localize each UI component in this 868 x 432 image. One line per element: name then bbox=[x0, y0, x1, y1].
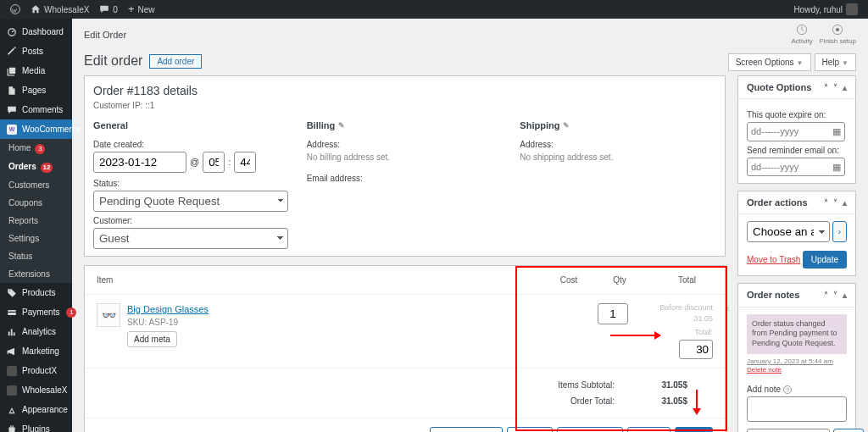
menu-appearance-label: Appearance bbox=[22, 404, 68, 415]
panel-down-icon[interactable]: ˅ bbox=[833, 82, 837, 93]
svg-rect-3 bbox=[8, 312, 16, 313]
help-icon[interactable]: ? bbox=[783, 385, 792, 394]
comments-count: 0 bbox=[113, 4, 118, 15]
screen-options-label: Screen Options bbox=[736, 58, 794, 67]
page-title: Edit order bbox=[84, 53, 142, 70]
menu-productx[interactable]: ProductX bbox=[0, 361, 72, 380]
item-header: Item bbox=[97, 274, 543, 285]
submenu-reports[interactable]: Reports bbox=[0, 212, 72, 230]
add-order-button[interactable]: Add order bbox=[149, 54, 202, 69]
site-link[interactable]: WholesaleX bbox=[25, 0, 94, 19]
date-input[interactable] bbox=[93, 152, 186, 173]
before-discount-value: 31.05 bbox=[645, 314, 713, 324]
reminder-date-input[interactable]: dd------yyyy▦ bbox=[747, 158, 845, 176]
move-to-trash-link[interactable]: Move to Trash bbox=[747, 254, 800, 265]
panel-down-icon[interactable]: ˅ bbox=[833, 290, 837, 301]
panel-down-icon[interactable]: ˅ bbox=[833, 197, 837, 208]
panel-toggle-icon[interactable]: ▴ bbox=[843, 290, 847, 301]
menu-marketing[interactable]: Marketing bbox=[0, 341, 72, 361]
order-note: Order status changed from Pending paymen… bbox=[747, 314, 847, 354]
expire-date-input[interactable]: dd------yyyy▦ bbox=[747, 122, 845, 141]
panel-up-icon[interactable]: ˄ bbox=[824, 290, 828, 301]
new-link[interactable]: +New bbox=[123, 0, 160, 19]
total-header: Total bbox=[645, 274, 713, 285]
menu-woocommerce[interactable]: WWooCommerce bbox=[0, 119, 72, 139]
screen-options-tab[interactable]: Screen Options▼ bbox=[728, 53, 811, 71]
finish-setup-link[interactable]: Finish setup bbox=[820, 24, 856, 46]
order-action-select[interactable]: Choose an action... bbox=[747, 221, 830, 242]
update-button[interactable]: Update bbox=[803, 251, 847, 269]
before-discount-label: Before discount bbox=[645, 303, 713, 313]
chevron-down-icon: ▼ bbox=[797, 59, 804, 67]
menu-posts[interactable]: Posts bbox=[0, 42, 72, 61]
shipping-address-empty: No shipping address set. bbox=[520, 152, 716, 163]
subtotal-value: 31.05$ bbox=[645, 379, 687, 390]
expire-date-placeholder: dd------yyyy bbox=[751, 125, 798, 137]
note-textarea[interactable] bbox=[747, 396, 847, 422]
add-note-button[interactable]: Add bbox=[833, 429, 864, 432]
edit-shipping-icon[interactable]: ✎ bbox=[563, 121, 570, 131]
cancel-button[interactable]: Cancel bbox=[627, 427, 670, 432]
shipping-heading: Shipping bbox=[520, 119, 559, 131]
add-fee-button[interactable]: Add fee bbox=[507, 427, 553, 432]
submenu-coupons[interactable]: Coupons bbox=[0, 194, 72, 212]
delete-note-link[interactable]: Delete note bbox=[747, 366, 782, 374]
menu-media[interactable]: Media bbox=[0, 61, 72, 80]
line-total-input[interactable] bbox=[679, 340, 713, 359]
menu-appearance[interactable]: Appearance bbox=[0, 400, 72, 419]
panel-up-icon[interactable]: ˄ bbox=[824, 82, 828, 93]
panel-up-icon[interactable]: ˄ bbox=[824, 197, 828, 208]
ordertotal-label: Order Total: bbox=[570, 396, 615, 407]
menu-wholesalex[interactable]: WholesaleX bbox=[0, 380, 72, 400]
menu-products[interactable]: Products bbox=[0, 283, 72, 302]
email-label: Email address: bbox=[307, 173, 504, 184]
quote-options-heading: Quote Options bbox=[747, 81, 811, 93]
submenu-status[interactable]: Status bbox=[0, 247, 72, 265]
menu-comments[interactable]: Comments bbox=[0, 100, 72, 119]
help-tab[interactable]: Help▼ bbox=[815, 53, 857, 71]
menu-pages[interactable]: Pages bbox=[0, 80, 72, 100]
admin-menu: Dashboard Posts Media Pages Comments WWo… bbox=[0, 19, 72, 432]
panel-toggle-icon[interactable]: ▴ bbox=[843, 197, 847, 208]
menu-comments-label: Comments bbox=[22, 104, 63, 115]
submenu-home-label: Home bbox=[8, 143, 31, 152]
submenu-extensions[interactable]: Extensions bbox=[0, 265, 72, 283]
menu-marketing-label: Marketing bbox=[22, 346, 59, 357]
edit-billing-icon[interactable]: ✎ bbox=[338, 121, 345, 131]
hour-input[interactable] bbox=[203, 152, 225, 173]
add-shipping-button[interactable]: Add shipping bbox=[557, 427, 623, 432]
menu-productx-label: ProductX bbox=[22, 365, 57, 376]
product-sku: SKU: ASP-19 bbox=[127, 317, 523, 328]
menu-analytics[interactable]: Analytics bbox=[0, 322, 72, 341]
menu-payments[interactable]: Payments 1 bbox=[0, 302, 72, 322]
submenu-settings[interactable]: Settings bbox=[0, 230, 72, 247]
wp-logo[interactable] bbox=[5, 0, 25, 19]
remove-line-icon[interactable]: × bbox=[724, 303, 730, 317]
comments-link[interactable]: 0 bbox=[94, 0, 123, 19]
order-status-select[interactable]: Pending Quote Request bbox=[93, 191, 288, 212]
howdy[interactable]: Howdy, ruhul bbox=[788, 0, 863, 19]
activity-link[interactable]: Activity bbox=[792, 24, 813, 46]
save-button[interactable]: Save bbox=[675, 427, 713, 432]
note-type-select[interactable]: Private note bbox=[747, 429, 830, 432]
home-badge: 3 bbox=[35, 144, 45, 154]
chevron-down-icon: ▼ bbox=[842, 59, 849, 67]
minute-input[interactable] bbox=[234, 152, 256, 173]
order-action-go[interactable]: › bbox=[832, 221, 847, 242]
submenu-orders[interactable]: Orders 12 bbox=[0, 158, 72, 176]
menu-plugins[interactable]: Plugins bbox=[0, 419, 72, 432]
add-product-button[interactable]: Add product(s) bbox=[430, 427, 503, 432]
submenu-home[interactable]: Home 3 bbox=[0, 139, 72, 158]
address-label: Address: bbox=[307, 139, 504, 150]
customer-select[interactable]: Guest bbox=[93, 228, 288, 249]
order-details-title: Order #1183 details bbox=[93, 83, 716, 98]
help-tab-label: Help bbox=[822, 58, 840, 67]
panel-toggle-icon[interactable]: ▴ bbox=[843, 82, 847, 93]
add-note-label: Add note bbox=[747, 385, 781, 394]
qty-input[interactable] bbox=[598, 303, 628, 324]
avatar bbox=[846, 3, 858, 15]
menu-dashboard[interactable]: Dashboard bbox=[0, 22, 72, 42]
product-name-link[interactable]: Big Design Glasses bbox=[127, 304, 209, 314]
submenu-customers[interactable]: Customers bbox=[0, 176, 72, 194]
add-meta-button[interactable]: Add meta bbox=[127, 331, 177, 347]
